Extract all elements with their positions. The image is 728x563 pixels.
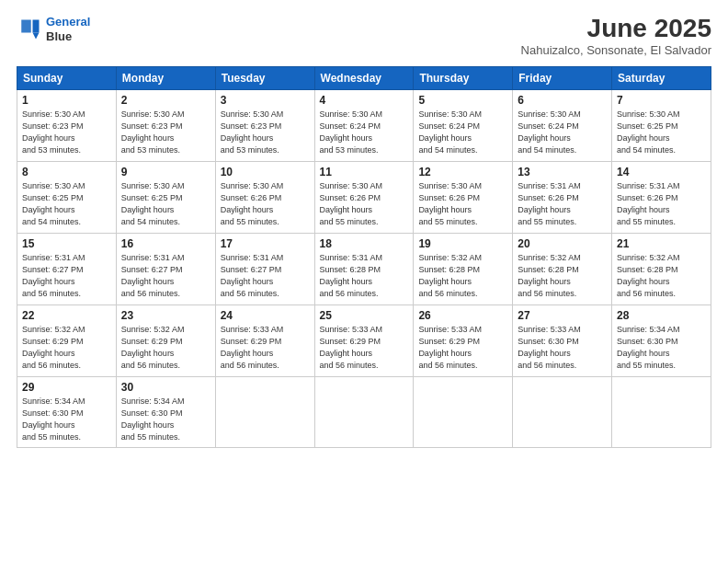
day-cell: 11 Sunrise: 5:30 AMSunset: 6:26 PMDaylig… <box>314 161 414 233</box>
day-info: Sunrise: 5:32 AMSunset: 6:28 PMDaylight … <box>418 252 507 300</box>
day-info: Sunrise: 5:30 AMSunset: 6:25 PMDaylight … <box>617 109 706 156</box>
day-number: 4 <box>320 94 409 107</box>
day-number: 10 <box>221 166 310 178</box>
day-number: 17 <box>221 237 310 250</box>
day-info: Sunrise: 5:32 AMSunset: 6:29 PMDaylight … <box>22 324 111 372</box>
day-info: Sunrise: 5:33 AMSunset: 6:30 PMDaylight … <box>518 324 607 372</box>
day-number: 12 <box>418 166 507 178</box>
day-info: Sunrise: 5:31 AMSunset: 6:28 PMDaylight … <box>320 252 409 300</box>
month-title: June 2025 <box>521 15 711 43</box>
day-info: Sunrise: 5:30 AMSunset: 6:23 PMDaylight … <box>221 109 310 156</box>
day-number: 16 <box>121 237 210 250</box>
day-cell <box>314 376 414 447</box>
day-cell <box>414 376 513 447</box>
day-cell: 28 Sunrise: 5:34 AMSunset: 6:30 PMDaylig… <box>612 304 711 376</box>
day-info: Sunrise: 5:32 AMSunset: 6:28 PMDaylight … <box>617 252 706 300</box>
day-number: 26 <box>418 309 507 322</box>
col-saturday: Saturday <box>612 66 711 89</box>
day-info: Sunrise: 5:31 AMSunset: 6:27 PMDaylight … <box>121 252 210 300</box>
day-info: Sunrise: 5:33 AMSunset: 6:29 PMDaylight … <box>320 324 409 372</box>
day-cell <box>612 376 711 447</box>
day-cell: 30 Sunrise: 5:34 AMSunset: 6:30 PMDaylig… <box>116 376 215 447</box>
svg-rect-2 <box>21 19 31 32</box>
day-info: Sunrise: 5:33 AMSunset: 6:29 PMDaylight … <box>418 324 507 372</box>
day-number: 11 <box>320 166 409 178</box>
location-subtitle: Nahuizalco, Sonsonate, El Salvador <box>521 43 711 57</box>
day-cell: 18 Sunrise: 5:31 AMSunset: 6:28 PMDaylig… <box>314 233 414 304</box>
day-number: 1 <box>22 94 111 107</box>
day-info: Sunrise: 5:30 AMSunset: 6:23 PMDaylight … <box>121 109 210 156</box>
day-info: Sunrise: 5:31 AMSunset: 6:27 PMDaylight … <box>221 252 310 300</box>
day-number: 14 <box>617 166 706 178</box>
day-cell: 3 Sunrise: 5:30 AMSunset: 6:23 PMDayligh… <box>215 89 314 161</box>
page: General Blue June 2025 Nahuizalco, Sonso… <box>0 0 728 563</box>
day-number: 7 <box>617 94 706 107</box>
day-info: Sunrise: 5:31 AMSunset: 6:26 PMDaylight … <box>617 180 706 228</box>
day-cell: 12 Sunrise: 5:30 AMSunset: 6:26 PMDaylig… <box>414 161 513 233</box>
day-number: 5 <box>418 94 507 107</box>
day-cell: 6 Sunrise: 5:30 AMSunset: 6:24 PMDayligh… <box>513 89 612 161</box>
day-info: Sunrise: 5:30 AMSunset: 6:26 PMDaylight … <box>320 180 409 228</box>
day-number: 9 <box>121 166 210 178</box>
week-row-5: 29 Sunrise: 5:34 AMSunset: 6:30 PMDaylig… <box>17 376 711 447</box>
logo-icon <box>17 17 42 42</box>
svg-marker-0 <box>33 19 40 32</box>
day-info: Sunrise: 5:30 AMSunset: 6:24 PMDaylight … <box>518 109 607 156</box>
day-info: Sunrise: 5:34 AMSunset: 6:30 PMDaylight … <box>121 396 210 443</box>
day-cell: 19 Sunrise: 5:32 AMSunset: 6:28 PMDaylig… <box>414 233 513 304</box>
day-cell: 21 Sunrise: 5:32 AMSunset: 6:28 PMDaylig… <box>612 233 711 304</box>
day-number: 29 <box>22 381 111 394</box>
day-number: 27 <box>518 309 607 322</box>
col-thursday: Thursday <box>414 66 513 89</box>
week-row-3: 15 Sunrise: 5:31 AMSunset: 6:27 PMDaylig… <box>17 233 711 304</box>
day-number: 28 <box>617 309 706 322</box>
day-info: Sunrise: 5:31 AMSunset: 6:26 PMDaylight … <box>518 180 607 228</box>
week-row-4: 22 Sunrise: 5:32 AMSunset: 6:29 PMDaylig… <box>17 304 711 376</box>
header-row: Sunday Monday Tuesday Wednesday Thursday… <box>17 66 711 89</box>
week-row-1: 1 Sunrise: 5:30 AMSunset: 6:23 PMDayligh… <box>17 89 711 161</box>
day-cell: 15 Sunrise: 5:31 AMSunset: 6:27 PMDaylig… <box>17 233 117 304</box>
day-number: 21 <box>617 237 706 250</box>
day-cell: 25 Sunrise: 5:33 AMSunset: 6:29 PMDaylig… <box>314 304 414 376</box>
day-cell: 9 Sunrise: 5:30 AMSunset: 6:25 PMDayligh… <box>116 161 215 233</box>
day-info: Sunrise: 5:34 AMSunset: 6:30 PMDaylight … <box>617 324 706 372</box>
logo: General Blue <box>17 15 90 43</box>
day-info: Sunrise: 5:30 AMSunset: 6:24 PMDaylight … <box>418 109 507 156</box>
col-friday: Friday <box>513 66 612 89</box>
day-number: 13 <box>518 166 607 178</box>
week-row-2: 8 Sunrise: 5:30 AMSunset: 6:25 PMDayligh… <box>17 161 711 233</box>
day-number: 30 <box>121 381 210 394</box>
day-cell: 24 Sunrise: 5:33 AMSunset: 6:29 PMDaylig… <box>215 304 314 376</box>
svg-marker-1 <box>33 32 40 39</box>
day-cell: 16 Sunrise: 5:31 AMSunset: 6:27 PMDaylig… <box>116 233 215 304</box>
day-cell: 20 Sunrise: 5:32 AMSunset: 6:28 PMDaylig… <box>513 233 612 304</box>
day-cell: 1 Sunrise: 5:30 AMSunset: 6:23 PMDayligh… <box>17 89 117 161</box>
day-cell: 29 Sunrise: 5:34 AMSunset: 6:30 PMDaylig… <box>17 376 117 447</box>
day-cell: 23 Sunrise: 5:32 AMSunset: 6:29 PMDaylig… <box>116 304 215 376</box>
day-info: Sunrise: 5:34 AMSunset: 6:30 PMDaylight … <box>22 396 111 443</box>
day-number: 24 <box>221 309 310 322</box>
day-cell: 13 Sunrise: 5:31 AMSunset: 6:26 PMDaylig… <box>513 161 612 233</box>
day-info: Sunrise: 5:31 AMSunset: 6:27 PMDaylight … <box>22 252 111 300</box>
day-cell: 17 Sunrise: 5:31 AMSunset: 6:27 PMDaylig… <box>215 233 314 304</box>
day-cell: 2 Sunrise: 5:30 AMSunset: 6:23 PMDayligh… <box>116 89 215 161</box>
day-info: Sunrise: 5:30 AMSunset: 6:25 PMDaylight … <box>22 180 111 228</box>
col-sunday: Sunday <box>17 66 117 89</box>
day-info: Sunrise: 5:30 AMSunset: 6:24 PMDaylight … <box>320 109 409 156</box>
title-block: June 2025 Nahuizalco, Sonsonate, El Salv… <box>521 15 711 57</box>
calendar-table: Sunday Monday Tuesday Wednesday Thursday… <box>17 66 711 448</box>
day-cell <box>215 376 314 447</box>
day-cell: 4 Sunrise: 5:30 AMSunset: 6:24 PMDayligh… <box>314 89 414 161</box>
day-info: Sunrise: 5:32 AMSunset: 6:29 PMDaylight … <box>121 324 210 372</box>
header: General Blue June 2025 Nahuizalco, Sonso… <box>17 15 711 57</box>
col-tuesday: Tuesday <box>215 66 314 89</box>
day-cell: 27 Sunrise: 5:33 AMSunset: 6:30 PMDaylig… <box>513 304 612 376</box>
day-info: Sunrise: 5:32 AMSunset: 6:28 PMDaylight … <box>518 252 607 300</box>
day-info: Sunrise: 5:30 AMSunset: 6:23 PMDaylight … <box>22 109 111 156</box>
day-cell: 14 Sunrise: 5:31 AMSunset: 6:26 PMDaylig… <box>612 161 711 233</box>
day-number: 23 <box>121 309 210 322</box>
day-number: 8 <box>22 166 111 178</box>
day-cell <box>513 376 612 447</box>
day-number: 3 <box>221 94 310 107</box>
day-number: 15 <box>22 237 111 250</box>
